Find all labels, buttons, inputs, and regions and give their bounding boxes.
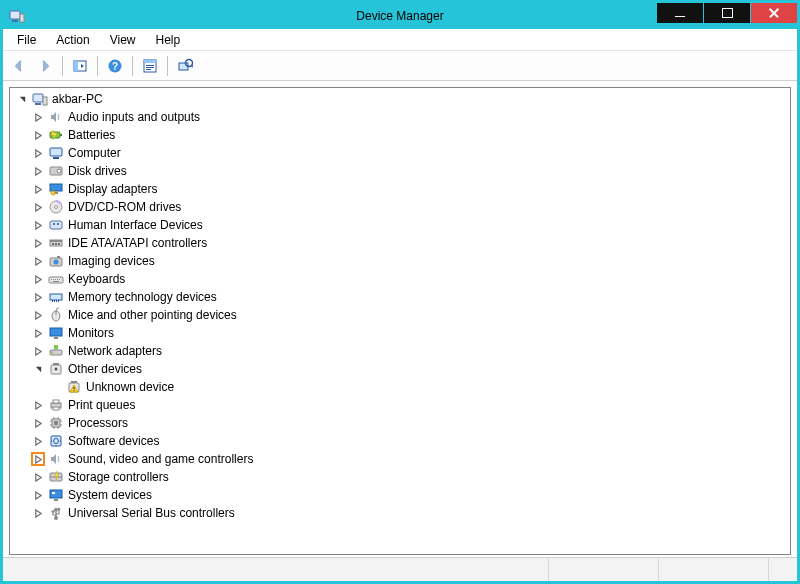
speaker-icon [48, 109, 64, 125]
menu-view[interactable]: View [100, 31, 146, 49]
tree-category-node[interactable]: DVD/CD-ROM drives [14, 198, 786, 216]
tree-category-node[interactable]: Processors [14, 414, 786, 432]
system-icon [48, 487, 64, 503]
tree-category-node[interactable]: Sound, video and game controllers [14, 450, 786, 468]
expand-toggle-icon[interactable] [32, 417, 44, 429]
expand-toggle-icon[interactable] [32, 489, 44, 501]
node-label: Batteries [68, 128, 115, 142]
expand-toggle-icon[interactable] [32, 201, 44, 213]
menu-help[interactable]: Help [146, 31, 191, 49]
toolbar-separator [62, 56, 63, 76]
tree-category-node[interactable]: Monitors [14, 324, 786, 342]
tree-category-node[interactable]: Imaging devices [14, 252, 786, 270]
disk-icon [48, 163, 64, 179]
tree-category-node[interactable]: Computer [14, 144, 786, 162]
tree-category-node[interactable]: Disk drives [14, 162, 786, 180]
node-label: Memory technology devices [68, 290, 217, 304]
expand-toggle-icon[interactable] [32, 291, 44, 303]
expand-toggle-icon[interactable] [32, 453, 44, 465]
expand-toggle-icon[interactable] [32, 399, 44, 411]
help-button[interactable] [103, 54, 127, 78]
show-hide-tree-button[interactable] [68, 54, 92, 78]
expand-toggle-icon[interactable] [32, 309, 44, 321]
keyboard-icon [48, 271, 64, 287]
expand-toggle-icon[interactable] [32, 237, 44, 249]
forward-button[interactable] [33, 54, 57, 78]
tree-category-node[interactable]: Batteries [14, 126, 786, 144]
hid-icon [48, 217, 64, 233]
menu-file[interactable]: File [7, 31, 46, 49]
tree-category-node[interactable]: Human Interface Devices [14, 216, 786, 234]
printer-icon [48, 397, 64, 413]
expand-toggle-icon[interactable] [32, 129, 44, 141]
memory-icon [48, 289, 64, 305]
expand-toggle-icon[interactable] [32, 255, 44, 267]
node-label: Print queues [68, 398, 135, 412]
status-cell [549, 558, 659, 581]
properties-button[interactable] [138, 54, 162, 78]
node-label: Storage controllers [68, 470, 169, 484]
tree-category-node[interactable]: Print queues [14, 396, 786, 414]
expand-toggle-icon[interactable] [32, 147, 44, 159]
node-label: Software devices [68, 434, 159, 448]
battery-icon [48, 127, 64, 143]
node-label: Sound, video and game controllers [68, 452, 253, 466]
camera-icon [48, 253, 64, 269]
client-area: akbar-PC Audio inputs and outputs Batter… [3, 81, 797, 557]
tree-category-node[interactable]: Other devices [14, 360, 786, 378]
toolbar-separator [132, 56, 133, 76]
expand-toggle-icon[interactable] [32, 327, 44, 339]
storage-icon [48, 469, 64, 485]
expand-toggle-icon[interactable] [32, 507, 44, 519]
toolbar-separator [97, 56, 98, 76]
expand-toggle-icon[interactable] [32, 219, 44, 231]
close-button[interactable] [751, 3, 797, 23]
tree-category-node[interactable]: IDE ATA/ATAPI controllers [14, 234, 786, 252]
expand-toggle-icon[interactable] [32, 471, 44, 483]
tree-category-node[interactable]: Universal Serial Bus controllers [14, 504, 786, 522]
node-label: Display adapters [68, 182, 157, 196]
window-controls [656, 3, 797, 23]
node-label: Unknown device [86, 380, 174, 394]
statusbar [3, 557, 797, 581]
expand-toggle-icon[interactable] [32, 273, 44, 285]
computer-root-icon [32, 91, 48, 107]
tree-category-node[interactable]: Mice and other pointing devices [14, 306, 786, 324]
node-label: Processors [68, 416, 128, 430]
tree-category-node[interactable]: Display adapters [14, 180, 786, 198]
expand-toggle-icon[interactable] [32, 183, 44, 195]
back-button[interactable] [7, 54, 31, 78]
tree-category-node[interactable]: Memory technology devices [14, 288, 786, 306]
tree-category-node[interactable]: System devices [14, 486, 786, 504]
node-label: Computer [68, 146, 121, 160]
node-label: Disk drives [68, 164, 127, 178]
tree-category-node[interactable]: Audio inputs and outputs [14, 108, 786, 126]
expand-toggle-icon[interactable] [32, 165, 44, 177]
cpu-icon [48, 415, 64, 431]
tree-category-node[interactable]: Network adapters [14, 342, 786, 360]
node-label: Universal Serial Bus controllers [68, 506, 235, 520]
tree-device-node[interactable]: Unknown device [14, 378, 786, 396]
tree-category-node[interactable]: Keyboards [14, 270, 786, 288]
status-grip [769, 558, 797, 581]
node-label: akbar-PC [52, 92, 103, 106]
software-icon [48, 433, 64, 449]
tree-category-node[interactable]: Software devices [14, 432, 786, 450]
status-cell [659, 558, 769, 581]
device-tree[interactable]: akbar-PC Audio inputs and outputs Batter… [9, 87, 791, 555]
tree-category-node[interactable]: Storage controllers [14, 468, 786, 486]
expand-toggle-icon[interactable] [32, 345, 44, 357]
expand-toggle-icon[interactable] [16, 93, 28, 105]
minimize-button[interactable] [657, 3, 703, 23]
menu-action[interactable]: Action [46, 31, 99, 49]
expand-toggle-icon[interactable] [32, 111, 44, 123]
expand-toggle-icon[interactable] [32, 363, 44, 375]
scan-hardware-button[interactable] [173, 54, 197, 78]
expand-toggle-icon[interactable] [32, 435, 44, 447]
network-icon [48, 343, 64, 359]
maximize-button[interactable] [704, 3, 750, 23]
node-label: Human Interface Devices [68, 218, 203, 232]
monitor-icon [48, 325, 64, 341]
tree-root-node[interactable]: akbar-PC [14, 90, 786, 108]
ide-icon [48, 235, 64, 251]
